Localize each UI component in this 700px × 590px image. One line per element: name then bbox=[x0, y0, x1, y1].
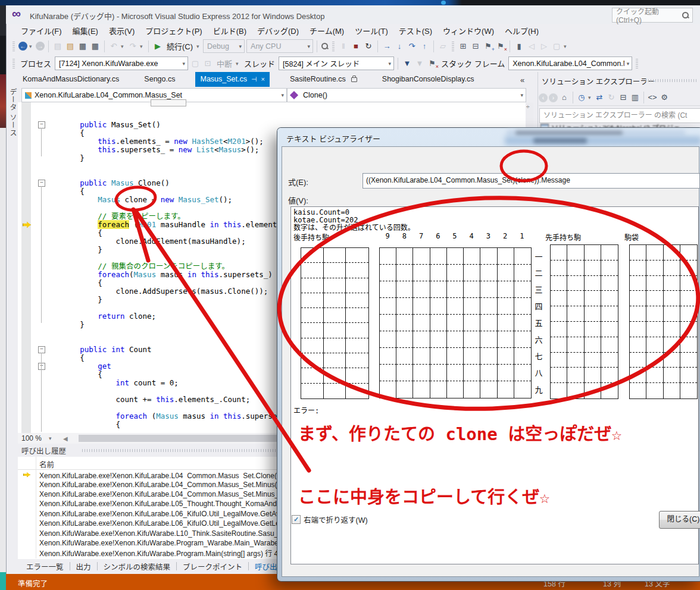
chevron-down-icon[interactable]: ▾ bbox=[588, 95, 593, 101]
step-out-icon[interactable]: ↑ bbox=[419, 41, 430, 52]
board-cell bbox=[498, 298, 514, 315]
filter-disabled-icon[interactable]: ▼ bbox=[414, 58, 425, 69]
quick-launch-input[interactable]: クイック起動 (Ctrl+Q) bbox=[612, 8, 693, 23]
menu-item[interactable]: デバッグ(D) bbox=[252, 23, 304, 38]
redo-icon[interactable]: ↷ bbox=[127, 41, 138, 52]
member-dropdown[interactable]: Clone() ▾ bbox=[287, 88, 526, 102]
preview-selected-icon[interactable]: ▥ bbox=[630, 92, 640, 103]
platform-combo[interactable]: Any CPU▾ bbox=[246, 39, 313, 53]
zoom-dropdown[interactable]: 100 % ▾ bbox=[18, 434, 63, 442]
output-window-icon[interactable]: ⊟ bbox=[470, 41, 481, 52]
panel-tab-エラー一覧[interactable]: エラー一覧 bbox=[20, 560, 70, 573]
chevron-down-icon[interactable]: ▾ bbox=[140, 43, 145, 49]
pending-changes-icon[interactable]: ◷ bbox=[576, 92, 587, 103]
pause-icon[interactable]: ‖ bbox=[338, 41, 349, 52]
tab-KomaAndMasusDictionary.cs[interactable]: KomaAndMasusDictionary.cs bbox=[18, 72, 124, 87]
tab-Sengo.cs[interactable]: Sengo.cs bbox=[139, 72, 180, 87]
tab-SasiteRoutine.cs[interactable]: SasiteRoutine.cs bbox=[285, 72, 362, 87]
open-file-icon[interactable]: ▤ bbox=[65, 41, 76, 52]
menu-item[interactable]: チーム(M) bbox=[304, 23, 349, 38]
menu-item[interactable]: ビルド(B) bbox=[208, 23, 252, 38]
tab-Masus_Set.cs[interactable]: Masus_Set.cs⊣× bbox=[195, 72, 270, 87]
process-combo[interactable]: [7124] Xenon.KifuWarabe.exe▾ bbox=[55, 57, 188, 70]
expression-input[interactable]: ((Xenon.KifuLarabe.L04_Common.Masus_Set)… bbox=[362, 173, 700, 189]
undo-icon[interactable]: ↶ bbox=[108, 41, 119, 52]
collapse-all-icon[interactable]: ⊟ bbox=[618, 92, 629, 103]
save-icon[interactable]: ▦ bbox=[77, 41, 88, 52]
menu-item[interactable]: 表示(V) bbox=[104, 23, 140, 38]
tab-overflow-icon[interactable]: « bbox=[520, 76, 524, 84]
menu-item[interactable]: ファイル(F) bbox=[15, 23, 67, 38]
filter-icon[interactable]: ▼ bbox=[402, 58, 412, 69]
outline-collapse-icon[interactable]: – bbox=[38, 121, 45, 128]
outline-collapse-icon[interactable]: – bbox=[38, 346, 45, 353]
toolbar-separator bbox=[510, 40, 510, 52]
menu-item[interactable]: 編集(E) bbox=[67, 23, 104, 38]
stop-icon[interactable]: ■ bbox=[351, 41, 361, 52]
tab-ShogibanConsoleDisplay.cs[interactable]: ShogibanConsoleDisplay.cs bbox=[377, 72, 479, 87]
remove-flag-icon[interactable]: ⚑× bbox=[495, 41, 506, 52]
board-cell bbox=[413, 248, 430, 265]
breakpoints-window-icon[interactable]: ⊞ bbox=[458, 41, 468, 52]
pin-icon[interactable]: ⊣ bbox=[251, 72, 257, 87]
disassembly-icon[interactable]: ▱ bbox=[438, 41, 448, 52]
restart-icon[interactable]: ↻ bbox=[363, 41, 374, 52]
chevron-down-icon[interactable]: ▾ bbox=[564, 43, 568, 49]
view-code-icon[interactable]: <> bbox=[647, 92, 658, 103]
close-button[interactable]: 閉じる(C) bbox=[659, 511, 700, 529]
chevron-down-icon[interactable]: ▾ bbox=[29, 43, 34, 49]
outline-collapse-icon[interactable]: – bbox=[38, 363, 45, 370]
nav-back-icon[interactable]: ← bbox=[18, 42, 27, 51]
prev-bookmark-icon[interactable]: ◁ bbox=[526, 41, 537, 52]
menu-item[interactable]: ウィンドウ(W) bbox=[438, 23, 499, 38]
board-cell bbox=[585, 337, 601, 353]
home-icon[interactable]: ⌂ bbox=[559, 92, 570, 103]
menu-item[interactable]: テスト(S) bbox=[393, 23, 438, 38]
thread-combo[interactable]: [5824] メイン スレッド▾ bbox=[279, 57, 394, 70]
find-in-files-icon[interactable] bbox=[321, 42, 329, 50]
refresh-icon[interactable]: ↻ bbox=[606, 92, 617, 103]
panel-tab-ブレークポイント[interactable]: ブレークポイント bbox=[177, 560, 248, 573]
config-combo[interactable]: Debug▾ bbox=[203, 39, 245, 53]
chevron-down-icon[interactable]: ▾ bbox=[121, 43, 126, 49]
chevron-down-icon[interactable]: ▾ bbox=[196, 43, 201, 49]
bookmark-icon[interactable]: ▮ bbox=[514, 41, 524, 52]
process-snapshot-icon[interactable]: ▢ bbox=[190, 58, 201, 69]
process-step-icon[interactable]: ⊡ bbox=[202, 58, 213, 69]
flagged-threads-icon[interactable]: ⚑× bbox=[427, 58, 438, 69]
text-visualizer-dialog[interactable]: テキスト ビジュアライザー 式(E): ((Xenon.KifuLarabe.L… bbox=[277, 128, 700, 581]
panel-tab-出力[interactable]: 出力 bbox=[70, 560, 97, 573]
nav-forward-icon[interactable]: → bbox=[36, 42, 45, 51]
se-back-icon[interactable]: ‹ bbox=[539, 93, 548, 102]
step-over-icon[interactable]: ↷ bbox=[407, 41, 417, 52]
scroll-left-icon[interactable]: ◀ bbox=[63, 435, 68, 442]
word-wrap-checkbox[interactable]: ✓ 右端で折り返す(W) bbox=[292, 514, 368, 525]
outline-collapse-icon[interactable]: – bbox=[38, 180, 45, 187]
properties-icon[interactable]: ⚙ bbox=[659, 92, 670, 103]
breakpoint-margin[interactable] bbox=[21, 102, 31, 433]
close-icon[interactable]: × bbox=[261, 72, 265, 87]
panel-tab-シンボルの検索結果[interactable]: シンボルの検索結果 bbox=[98, 560, 177, 573]
continue-icon[interactable]: ▶ bbox=[152, 41, 163, 52]
se-forward-icon[interactable]: › bbox=[549, 93, 558, 102]
paste-icon[interactable]: ▤ bbox=[52, 41, 63, 52]
menu-item[interactable]: プロジェクト(P) bbox=[140, 23, 207, 38]
solution-explorer-search-input[interactable]: ソリューション エクスプローラー の検索 (Ct bbox=[539, 108, 700, 123]
chevron-down-icon[interactable]: ▾ bbox=[236, 61, 240, 67]
show-next-statement-icon[interactable]: → bbox=[382, 41, 392, 52]
value-text-area[interactable]: kaisu.Count=0 kotae.Count=202 数字は、その升が選ば… bbox=[290, 206, 699, 564]
board-cell bbox=[324, 353, 346, 368]
clear-bookmarks-icon[interactable]: ▢ bbox=[551, 41, 562, 52]
board-cell bbox=[447, 265, 464, 281]
next-bookmark-icon[interactable]: ▷ bbox=[539, 41, 549, 52]
menu-item[interactable]: ツール(T) bbox=[349, 23, 393, 38]
editor-splitter-grip[interactable]: ÷ bbox=[526, 103, 530, 110]
menu-item[interactable]: ヘルプ(H) bbox=[499, 23, 544, 38]
step-into-icon[interactable]: ↓ bbox=[394, 41, 405, 52]
save-all-icon[interactable]: ▦ bbox=[90, 41, 101, 52]
sync-with-active-icon[interactable]: ⇄ bbox=[594, 92, 605, 103]
add-flag-icon[interactable]: ⚑+ bbox=[483, 41, 493, 52]
board-cell bbox=[413, 298, 430, 315]
sidebar-item-data-sources[interactable]: データ ソース bbox=[7, 88, 18, 145]
frame-combo[interactable]: Xenon.KifuLarabe.L04_Common.Masu▾ bbox=[508, 57, 632, 70]
